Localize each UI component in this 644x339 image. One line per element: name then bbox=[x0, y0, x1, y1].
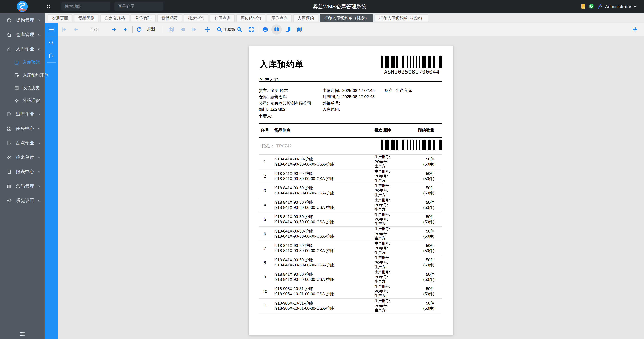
row-seq: 11 bbox=[259, 303, 271, 308]
thumbnails-toggle-button[interactable] bbox=[45, 23, 58, 36]
apps-grid-icon[interactable] bbox=[46, 4, 52, 9]
first-page-button[interactable] bbox=[60, 25, 68, 34]
row-qty: 50件(50件) bbox=[416, 200, 442, 210]
print-button[interactable] bbox=[261, 25, 270, 34]
tab[interactable]: 打印入库预约单（批次） bbox=[375, 14, 428, 22]
row-batch-attrs: 生产批号:PO单号:生产方: bbox=[374, 299, 416, 313]
refresh-button[interactable] bbox=[135, 25, 143, 34]
batch-attr-line: 生产批号: bbox=[374, 256, 416, 260]
tab[interactable]: 库位查询 bbox=[267, 14, 292, 22]
info-column-2: 申请时间:2025-08-17 02:45计划到货:2025-08-17 02:… bbox=[322, 88, 384, 119]
sidebar-subitem-target[interactable]: 分拣理货 bbox=[0, 94, 45, 107]
sidebar-item-barcode[interactable]: 条码管理 bbox=[0, 179, 45, 193]
export-button[interactable] bbox=[45, 49, 58, 62]
tab[interactable]: 货品档案 bbox=[157, 14, 182, 22]
duppage-icon bbox=[168, 26, 174, 33]
rotate-pages-button[interactable] bbox=[167, 25, 176, 34]
book-view-button[interactable] bbox=[272, 24, 282, 35]
user-name: Administrator bbox=[605, 4, 631, 9]
zoom-level[interactable]: 100% bbox=[224, 27, 236, 32]
batch-attr-line: 生产方: bbox=[374, 308, 416, 313]
tab[interactable]: 单位管理 bbox=[131, 14, 156, 22]
sidebar-item-report[interactable]: 报表中心 bbox=[0, 165, 45, 179]
spark-icon[interactable] bbox=[597, 4, 602, 9]
sidebar-item-package[interactable]: 货物管理 bbox=[0, 13, 45, 28]
pdf-viewer[interactable]: 入库预约单 (生产入库) ASN2025081700044 货主:汉艮-冈本仓库… bbox=[58, 36, 644, 339]
home-icon bbox=[6, 32, 12, 37]
chevron-down-icon bbox=[37, 170, 41, 174]
tab[interactable]: 批次查询 bbox=[184, 14, 208, 22]
chevron-down-icon bbox=[37, 199, 41, 202]
pallet-barcode-bars bbox=[382, 140, 442, 150]
chevron-down-icon bbox=[37, 127, 41, 131]
viewer-side-strip bbox=[45, 23, 58, 339]
sidebar-item-outbound[interactable]: 出库作业 bbox=[0, 107, 45, 121]
row-goods-info: I918-841X-90-50-护膝I918-841X-90-50-00-00-… bbox=[271, 243, 374, 253]
last-page-button[interactable] bbox=[122, 25, 130, 34]
row-goods-info: I918-841X-90-50-护膝I918-841X-90-50-00-00-… bbox=[271, 200, 374, 210]
sidebar-item-handshake[interactable]: 往来单位 bbox=[0, 150, 45, 165]
step-back-button[interactable] bbox=[178, 25, 187, 34]
booklet-view-button[interactable] bbox=[296, 25, 304, 34]
row-batch-attrs: 生产批号:PO单号:生产方: bbox=[374, 284, 416, 298]
tab[interactable]: 仓库查询 bbox=[210, 14, 235, 22]
batch-attr-line: PO单号: bbox=[374, 203, 416, 207]
scroll-view-button[interactable] bbox=[284, 25, 292, 34]
logout-icon bbox=[48, 53, 54, 59]
batch-attr-line: 生产方: bbox=[374, 164, 416, 169]
warehouse-input[interactable] bbox=[114, 2, 164, 11]
document-search-button[interactable] bbox=[45, 36, 58, 49]
table-rows: 1 I918-841X-90-50-护膝I918-841X-90-50-00-0… bbox=[259, 154, 442, 313]
divider bbox=[201, 26, 201, 33]
info-field: 备注:生产入库 bbox=[384, 88, 442, 94]
pan-icon bbox=[204, 26, 211, 33]
sidebar-item-clipboard[interactable]: 盘点作业 bbox=[0, 136, 45, 150]
list-collapse-icon[interactable] bbox=[19, 331, 25, 337]
prev-page-button[interactable] bbox=[72, 25, 80, 34]
sidebar-item-home[interactable]: 仓库管理 bbox=[0, 28, 45, 42]
receipt-search-icon bbox=[14, 85, 19, 91]
zoom-in-button[interactable] bbox=[236, 25, 244, 34]
sidebar-subitem-label: 分拣理货 bbox=[22, 98, 40, 104]
tab[interactable]: 货品类别 bbox=[74, 14, 99, 22]
tab[interactable]: 欢迎页面 bbox=[48, 14, 72, 22]
step-forward-button[interactable] bbox=[190, 25, 198, 34]
info-label: 外部单号: bbox=[322, 101, 340, 106]
row-seq: 9 bbox=[259, 274, 271, 279]
settings-sliders-button[interactable] bbox=[631, 25, 639, 34]
note-icon[interactable] bbox=[580, 4, 586, 9]
firstpage-icon bbox=[61, 26, 67, 33]
batch-attr-line: PO单号: bbox=[374, 174, 416, 178]
info-value: 生产入库 bbox=[396, 88, 412, 93]
target-icon bbox=[14, 98, 19, 103]
sidebar-subitem-receipt-search[interactable]: 收货历史 bbox=[0, 82, 45, 94]
sidebar-subitem-doc-search[interactable]: 入库预约 bbox=[0, 56, 45, 69]
next-page-button[interactable] bbox=[110, 25, 118, 34]
chevron-up-icon bbox=[37, 47, 41, 51]
sidebar-subitem-doc-edit[interactable]: 入库预约开单 bbox=[0, 69, 45, 82]
batch-attr-line: PO单号: bbox=[374, 260, 416, 265]
chat-icon[interactable] bbox=[589, 4, 594, 9]
batch-attr-line: PO单号: bbox=[374, 217, 416, 222]
tab[interactable]: 入库预约 bbox=[294, 14, 318, 22]
sidebar-item-grid[interactable]: 任务中心 bbox=[0, 121, 45, 136]
sidebar-item-gear[interactable]: 系统设置 bbox=[0, 193, 45, 208]
sidebar-item-label: 入库作业 bbox=[16, 46, 37, 52]
zoom-out-button[interactable] bbox=[215, 25, 224, 34]
table-row: 5 I918-841X-90-50-护膝I918-841X-90-50-00-0… bbox=[259, 212, 442, 226]
fullscreen-button[interactable] bbox=[247, 25, 255, 34]
search-input[interactable] bbox=[61, 2, 110, 11]
user-menu[interactable]: Administrator bbox=[605, 0, 636, 13]
tab-active[interactable]: 打印入库预约单（托盘） bbox=[320, 14, 373, 22]
tab[interactable]: 自定义规格 bbox=[100, 14, 129, 22]
row-seq: 5 bbox=[259, 217, 271, 222]
tab[interactable]: 库位组查询 bbox=[236, 14, 265, 22]
sidebar-item-inbound[interactable]: 入库作业 bbox=[0, 42, 45, 56]
refresh-label[interactable]: 刷新 bbox=[146, 27, 156, 32]
chevron-down-icon bbox=[37, 184, 41, 188]
table-row: 6 I918-841X-90-50-护膝I918-841X-90-50-00-0… bbox=[259, 226, 442, 241]
info-column-1: 货主:汉艮-冈本仓库:嘉善仓库公司:嘉兴奥芸检测有限公司部门:JZSM02申请人… bbox=[259, 88, 322, 119]
sidebar-subitem-label: 收货历史 bbox=[22, 85, 40, 91]
row-goods-info: I918-905X-10-81-护膝I918-905X-10-81-00-00-… bbox=[271, 286, 374, 296]
pan-tool-button[interactable] bbox=[204, 25, 212, 34]
